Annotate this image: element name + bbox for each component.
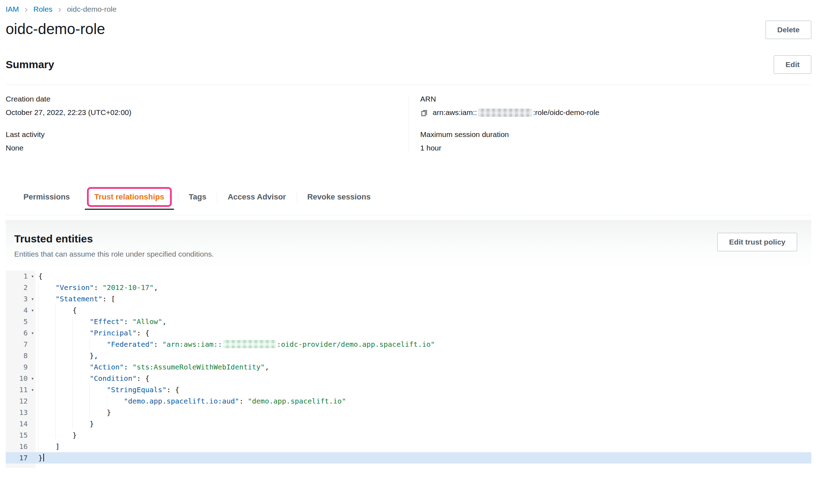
editor-code-line[interactable]: } — [35, 429, 811, 441]
fold-toggle-icon[interactable]: ▾ — [31, 305, 34, 316]
editor-code-line[interactable]: "Effect": "Allow", — [35, 316, 811, 327]
policy-editor[interactable]: 1▾{2"Version": "2012-10-17",3▾"Statement… — [6, 270, 811, 468]
indent-guide — [89, 384, 106, 395]
redacted-account-id — [223, 340, 276, 348]
summary-header: Summary Edit — [6, 55, 811, 74]
editor-code-line[interactable]: }, — [35, 350, 811, 361]
tab-label: Trust relationships — [94, 192, 164, 201]
last-activity-value: None — [6, 144, 408, 152]
editor-line-number[interactable]: 7 — [6, 339, 35, 350]
fold-toggle-icon[interactable]: ▾ — [31, 384, 34, 395]
editor-code-line[interactable]: ] — [35, 441, 811, 452]
editor-line-number[interactable]: 2 — [6, 282, 35, 293]
editor-line-number[interactable]: 8 — [6, 350, 35, 361]
indent-guide — [55, 418, 72, 429]
editor-line-number[interactable]: 17 — [6, 452, 35, 464]
editor-code-line[interactable]: "Principal": { — [35, 327, 811, 339]
annotation-highlight-box: Trust relationships — [87, 187, 172, 207]
editor-line[interactable]: 13} — [6, 407, 811, 418]
editor-code-line[interactable]: } — [35, 418, 811, 429]
arn-value: arn:aws:iam:::role/oidc-demo-role — [420, 108, 811, 117]
tab-tags[interactable]: Tags — [178, 184, 217, 210]
editor-code-line[interactable]: "demo.app.spacelift.io:aud": "demo.app.s… — [35, 395, 811, 407]
editor-line[interactable]: 10▾"Condition": { — [6, 373, 811, 384]
indent-guide — [72, 407, 89, 418]
editor-line-number[interactable]: 12 — [6, 395, 35, 407]
indent-guide — [89, 395, 106, 407]
editor-code-line[interactable]: "Version": "2012-10-17", — [35, 282, 811, 293]
field-last-activity: Last activity None — [6, 130, 408, 152]
editor-line[interactable]: 5"Effect": "Allow", — [6, 316, 811, 327]
indent-guide — [38, 282, 55, 293]
editor-line-number[interactable]: 16 — [6, 441, 35, 452]
editor-line-number[interactable]: 13 — [6, 407, 35, 418]
editor-line[interactable]: 1▾{ — [6, 270, 811, 282]
breadcrumb-iam-link[interactable]: IAM — [6, 5, 19, 13]
indent-guide — [55, 395, 72, 407]
indent-guide — [107, 395, 124, 407]
editor-line[interactable]: 3▾"Statement": [ — [6, 293, 811, 305]
indent-guide — [38, 429, 55, 441]
editor-code-line[interactable]: { — [35, 305, 811, 316]
editor-line[interactable]: 2"Version": "2012-10-17", — [6, 282, 811, 293]
indent-guide — [38, 327, 55, 339]
editor-line-number[interactable]: 1▾ — [6, 270, 35, 282]
editor-line-number[interactable]: 11▾ — [6, 384, 35, 395]
chevron-right-icon: › — [24, 6, 28, 13]
editor-line[interactable]: 16] — [6, 441, 811, 452]
indent-guide — [38, 441, 55, 452]
indent-guide — [55, 429, 72, 441]
editor-line-number[interactable]: 6▾ — [6, 327, 35, 339]
editor-line-number[interactable]: 9 — [6, 361, 35, 373]
editor-line[interactable]: 17} — [6, 452, 811, 464]
breadcrumb-roles-link[interactable]: Roles — [33, 5, 53, 13]
editor-code-line[interactable]: { — [35, 270, 811, 282]
fold-toggle-icon[interactable]: ▾ — [31, 327, 34, 339]
editor-line[interactable]: 9"Action": "sts:AssumeRoleWithWebIdentit… — [6, 361, 811, 373]
fold-toggle-icon[interactable]: ▾ — [31, 270, 34, 282]
indent-guide — [38, 384, 55, 395]
fold-toggle-icon[interactable]: ▾ — [31, 373, 34, 384]
editor-code-line[interactable]: } — [35, 407, 811, 418]
editor-line[interactable]: 15} — [6, 429, 811, 441]
tab-revoke-sessions[interactable]: Revoke sessions — [297, 184, 382, 210]
editor-line[interactable]: 7"Federated": "arn:aws:iam:::oidc-provid… — [6, 339, 811, 350]
editor-line-number[interactable]: 4▾ — [6, 305, 35, 316]
editor-line-number[interactable]: 5 — [6, 316, 35, 327]
edit-trust-policy-button[interactable]: Edit trust policy — [717, 233, 797, 251]
last-activity-label: Last activity — [6, 130, 408, 139]
editor-line[interactable]: 14} — [6, 418, 811, 429]
tab-access-advisor[interactable]: Access Advisor — [217, 184, 296, 210]
editor-code-line[interactable]: "StringEquals": { — [35, 384, 811, 395]
indent-guide — [38, 407, 55, 418]
editor-line-number[interactable]: 3▾ — [6, 293, 35, 305]
editor-code-line[interactable]: "Federated": "arn:aws:iam:::oidc-provide… — [35, 339, 811, 350]
indent-guide — [72, 384, 89, 395]
edit-button[interactable]: Edit — [774, 55, 811, 74]
tab-permissions[interactable]: Permissions — [13, 184, 81, 210]
editor-line[interactable]: 4▾{ — [6, 305, 811, 316]
copy-icon[interactable] — [420, 109, 428, 117]
editor-line[interactable]: 6▾"Principal": { — [6, 327, 811, 339]
indent-guide — [38, 418, 55, 429]
indent-guide — [72, 350, 89, 361]
editor-line[interactable]: 8}, — [6, 350, 811, 361]
arn-label: ARN — [420, 95, 811, 103]
fold-toggle-icon[interactable]: ▾ — [31, 293, 34, 305]
delete-button[interactable]: Delete — [766, 21, 811, 39]
indent-guide — [38, 373, 55, 384]
indent-guide — [38, 339, 55, 350]
editor-code-line[interactable]: "Statement": [ — [35, 293, 811, 305]
indent-guide — [38, 395, 55, 407]
tab-trust-relationships[interactable]: Trust relationships — [81, 184, 178, 210]
editor-code-line[interactable]: "Condition": { — [35, 373, 811, 384]
editor-line-number[interactable]: 14 — [6, 418, 35, 429]
editor-code-line[interactable]: "Action": "sts:AssumeRoleWithWebIdentity… — [35, 361, 811, 373]
creation-date-label: Creation date — [6, 95, 408, 103]
trusted-entities-title: Trusted entities — [14, 233, 214, 245]
editor-line-number[interactable]: 15 — [6, 429, 35, 441]
editor-line-number[interactable]: 10▾ — [6, 373, 35, 384]
editor-line[interactable]: 12"demo.app.spacelift.io:aud": "demo.app… — [6, 395, 811, 407]
editor-code-line[interactable]: } — [35, 452, 811, 464]
editor-line[interactable]: 11▾"StringEquals": { — [6, 384, 811, 395]
